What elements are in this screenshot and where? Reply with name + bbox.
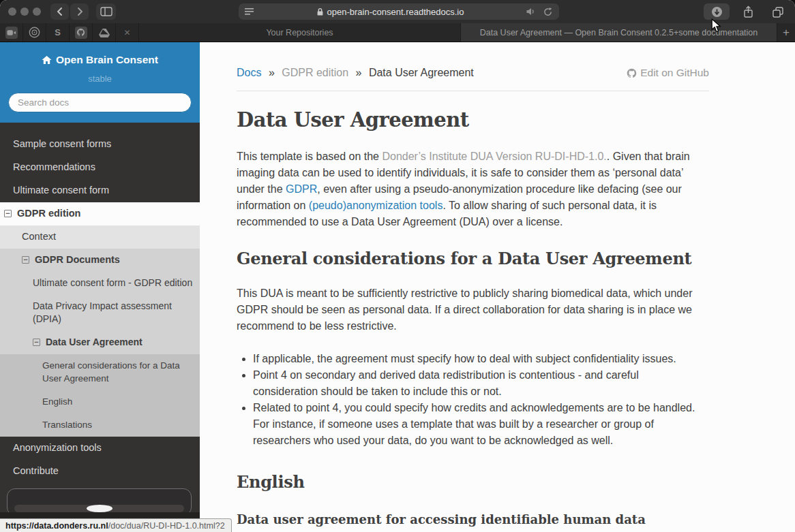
breadcrumb-separator: » (356, 67, 362, 78)
sidebar-item-gdpr-documents[interactable]: − GDPR Documents (0, 249, 200, 272)
sidebar-item-gdpr-edition[interactable]: − GDPR edition (0, 202, 200, 225)
gdpr-link[interactable]: GDPR (286, 183, 317, 195)
url-bar[interactable]: open-brain-consent.readthedocs.io (239, 3, 559, 20)
tab-title: Data User Agreement — Open Brain Consent… (480, 28, 758, 37)
sidebar-toggle-button[interactable] (96, 3, 116, 20)
collapse-icon[interactable]: − (33, 339, 40, 346)
browser-toolbar: open-brain-consent.readthedocs.io (0, 0, 795, 23)
breadcrumb-separator: » (269, 67, 275, 78)
lock-icon (316, 7, 324, 16)
x-icon: ✕ (123, 28, 130, 37)
s-logo-icon: S (55, 27, 61, 37)
pinned-tab-s[interactable]: S (46, 23, 70, 42)
version-label: stable (0, 74, 200, 84)
intro-paragraph: This template is based on the Donder’s I… (237, 148, 709, 230)
downloads-button[interactable] (704, 3, 730, 20)
sidebar-item-ultimate-consent-form-gdpr[interactable]: Ultimate consent form - GDPR edition (0, 272, 200, 295)
traffic-light-zoom[interactable] (33, 7, 41, 16)
breadcrumb-section-link[interactable]: GDPR edition (282, 67, 348, 78)
new-tab-button[interactable]: + (777, 23, 795, 42)
audio-mute-icon[interactable] (526, 7, 536, 16)
anonymization-tools-link[interactable]: (peudo)anonymization tools (309, 200, 443, 211)
spiral-disc-icon (29, 27, 40, 38)
section-heading-english: English (237, 472, 718, 492)
tab-overview-button[interactable] (766, 3, 790, 20)
ad-oval (87, 505, 112, 512)
status-url-domain: https://data.donders.ru.nl (5, 521, 108, 531)
url-text: open-brain-consent.readthedocs.io (327, 7, 464, 17)
collapse-icon[interactable]: − (4, 210, 12, 217)
pinned-tab-video[interactable] (0, 23, 23, 42)
tabs-overview-icon (772, 6, 784, 18)
docs-sidebar: Open Brain Consent stable Sample consent… (0, 42, 200, 532)
download-icon (711, 6, 723, 18)
list-item: Related to point 4, you could specify ho… (253, 400, 695, 449)
sidebar-item-data-user-agreement[interactable]: − Data User Agreement (0, 331, 200, 354)
sidebar-item-ultimate-consent-form[interactable]: Ultimate consent form (0, 179, 200, 202)
ad-placeholder (7, 488, 192, 516)
traffic-light-minimize[interactable] (20, 7, 29, 16)
tab-your-repositories[interactable]: Your Repositories (139, 23, 461, 42)
reader-view-icon[interactable] (245, 7, 254, 16)
reload-icon[interactable] (543, 7, 553, 17)
sidebar-item-anonymization-tools[interactable]: Anonymization tools (0, 437, 200, 460)
pinned-tab-x[interactable]: ✕ (116, 23, 139, 42)
sidebar-panel-icon (100, 6, 112, 17)
forward-button[interactable] (70, 3, 89, 20)
page-body: Open Brain Consent stable Sample consent… (0, 42, 795, 532)
tab-bar: S ✕ Your Repositories Data User Agreemen… (0, 23, 795, 42)
pinned-tab-drive[interactable] (93, 23, 116, 42)
collapse-icon[interactable]: − (22, 256, 29, 264)
pinned-tab-spiral[interactable] (23, 23, 46, 42)
github-icon (627, 68, 637, 78)
project-title: Open Brain Consent (56, 54, 158, 66)
sidebar-item-translations[interactable]: Translations (0, 413, 200, 437)
sidebar-header: Open Brain Consent stable (0, 42, 200, 123)
sidebar-item-general-considerations[interactable]: General considerations for a Data User A… (0, 354, 200, 390)
tab-data-user-agreement-active[interactable]: Data User Agreement — Open Brain Consent… (461, 23, 777, 42)
list-item: If applicable, the agreement must specif… (253, 351, 695, 367)
pinned-tab-github[interactable] (70, 23, 93, 42)
donders-dua-link[interactable]: Donder’s Institute DUA Version RU-DI-HD-… (382, 151, 606, 162)
section-heading-general: General considerations for a Data User A… (237, 249, 718, 268)
tab-title: Your Repositories (266, 28, 333, 37)
share-button[interactable] (737, 3, 759, 20)
page-title: Data User Agreement (237, 108, 718, 131)
breadcrumb: Docs » GDPR edition » Data User Agreemen… (237, 65, 709, 81)
drive-triangle-icon (99, 28, 110, 37)
list-item: Point 4 on secondary and derived data re… (253, 367, 695, 400)
breadcrumb-docs-link[interactable]: Docs (237, 67, 261, 78)
chevron-left-icon (54, 5, 66, 18)
sidebar-item-recommendations[interactable]: Recommendations (0, 156, 200, 179)
traffic-light-close[interactable] (8, 7, 16, 16)
back-button[interactable] (50, 3, 69, 20)
link-status-bar: https://data.donders.ru.nl/doc/dua/RU-DI… (0, 518, 232, 532)
breadcrumb-divider (237, 91, 709, 91)
search-input[interactable] (8, 93, 192, 112)
sidebar-item-sample-consent-forms[interactable]: Sample consent forms (0, 133, 200, 156)
project-home-link[interactable]: Open Brain Consent (42, 54, 158, 66)
general-paragraph: This DUA is meant to be sufficiently res… (237, 285, 709, 334)
share-icon (742, 5, 754, 18)
sidebar-item-contribute[interactable]: Contribute (0, 460, 200, 483)
sidebar-item-english[interactable]: English (0, 390, 200, 413)
browser-window: open-brain-consent.readthedocs.io (0, 0, 795, 532)
status-url-path: /doc/dua/RU-DI-HD-1.0.html?2 (108, 521, 225, 531)
home-icon (42, 55, 52, 65)
github-icon (75, 27, 87, 39)
sidebar-nav: Sample consent forms Recommendations Ult… (0, 133, 200, 529)
video-camera-icon (5, 27, 18, 39)
sidebar-item-dpia[interactable]: Data Privacy Impact assessment (DPIA) (0, 295, 200, 331)
edit-on-github-link[interactable]: Edit on GitHub (627, 65, 709, 81)
subsection-heading-dua: Data user agreement for accessing identi… (237, 512, 718, 527)
chevron-right-icon (74, 5, 86, 18)
docs-content: Docs » GDPR edition » Data User Agreemen… (200, 42, 795, 532)
breadcrumb-current-page: Data User Agreement (369, 67, 474, 78)
sidebar-item-context[interactable]: Context (0, 225, 200, 249)
considerations-list: If applicable, the agreement must specif… (237, 351, 695, 449)
